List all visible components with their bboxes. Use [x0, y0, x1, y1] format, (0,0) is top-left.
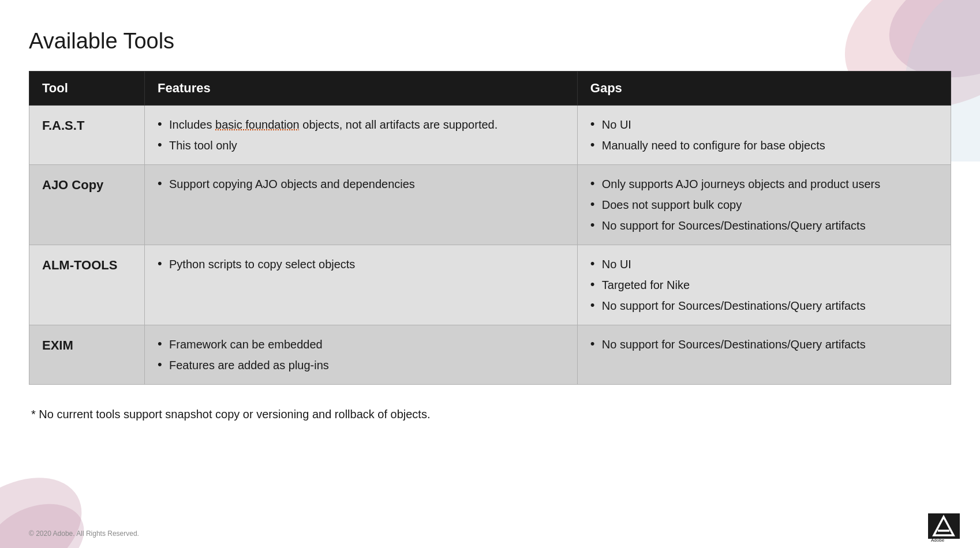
list-item: No UI: [590, 116, 938, 133]
gaps-fast: No UI Manually need to configure for bas…: [577, 106, 951, 165]
adobe-logo: Adobe: [928, 513, 963, 542]
gaps-exim: No support for Sources/Destinations/Quer…: [577, 325, 951, 385]
list-item: Targeted for Nike: [590, 276, 938, 294]
col-header-tool: Tool: [29, 72, 145, 106]
list-item: No UI: [590, 256, 938, 273]
table-row: ALM-TOOLS Python scripts to copy select …: [29, 245, 951, 325]
table-row: F.A.S.T Includes basic foundation object…: [29, 106, 951, 165]
tools-table: Tool Features Gaps F.A.S.T Includes basi…: [29, 71, 951, 385]
footnote-text: * No current tools support snapshot copy…: [29, 408, 951, 421]
features-list: Includes basic foundation objects, not a…: [158, 116, 564, 154]
list-item: No support for Sources/Destinations/Quer…: [590, 336, 938, 353]
table-header-row: Tool Features Gaps: [29, 72, 951, 106]
features-list: Support copying AJO objects and dependen…: [158, 175, 564, 193]
list-item: Includes basic foundation objects, not a…: [158, 116, 564, 133]
gaps-list: No support for Sources/Destinations/Quer…: [590, 336, 938, 353]
list-item: No support for Sources/Destinations/Quer…: [590, 297, 938, 314]
list-item: No support for Sources/Destinations/Quer…: [590, 217, 938, 234]
list-item: Does not support bulk copy: [590, 196, 938, 213]
list-item: Support copying AJO objects and dependen…: [158, 175, 564, 193]
features-fast: Includes basic foundation objects, not a…: [145, 106, 578, 165]
gaps-list: No UI Manually need to configure for bas…: [590, 116, 938, 154]
table-row: AJO Copy Support copying AJO objects and…: [29, 165, 951, 245]
list-item: Framework can be embedded: [158, 336, 564, 353]
features-ajo: Support copying AJO objects and dependen…: [145, 165, 578, 245]
svg-text:Adobe: Adobe: [931, 538, 945, 542]
main-content: Available Tools Tool Features Gaps F.A.S…: [0, 0, 980, 438]
svg-point-4: [0, 489, 96, 548]
col-header-gaps: Gaps: [577, 72, 951, 106]
gaps-list: No UI Targeted for Nike No support for S…: [590, 256, 938, 314]
table-row: EXIM Framework can be embedded Features …: [29, 325, 951, 385]
col-header-features: Features: [145, 72, 578, 106]
features-list: Framework can be embedded Features are a…: [158, 336, 564, 374]
underline-text: basic foundation: [215, 118, 300, 131]
features-alm: Python scripts to copy select objects: [145, 245, 578, 325]
tool-name-fast: F.A.S.T: [29, 106, 145, 165]
copyright-text: © 2020 Adobe. All Rights Reserved.: [29, 530, 139, 538]
tool-name-ajo: AJO Copy: [29, 165, 145, 245]
list-item: Features are added as plug-ins: [158, 356, 564, 374]
list-item: This tool only: [158, 137, 564, 154]
tool-name-alm: ALM-TOOLS: [29, 245, 145, 325]
gaps-alm: No UI Targeted for Nike No support for S…: [577, 245, 951, 325]
gaps-list: Only supports AJO journeys objects and p…: [590, 175, 938, 234]
features-exim: Framework can be embedded Features are a…: [145, 325, 578, 385]
list-item: Manually need to configure for base obje…: [590, 137, 938, 154]
tool-name-exim: EXIM: [29, 325, 145, 385]
list-item: Only supports AJO journeys objects and p…: [590, 175, 938, 193]
features-list: Python scripts to copy select objects: [158, 256, 564, 273]
page-title: Available Tools: [29, 29, 951, 54]
list-item: Python scripts to copy select objects: [158, 256, 564, 273]
gaps-ajo: Only supports AJO journeys objects and p…: [577, 165, 951, 245]
